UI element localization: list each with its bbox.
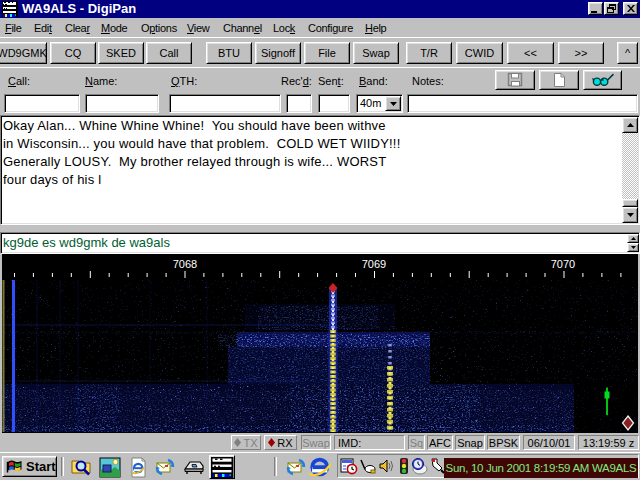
svg-text:7068: 7068 bbox=[173, 258, 197, 270]
svg-text:7070: 7070 bbox=[551, 258, 575, 270]
svg-text:7069: 7069 bbox=[362, 258, 386, 270]
